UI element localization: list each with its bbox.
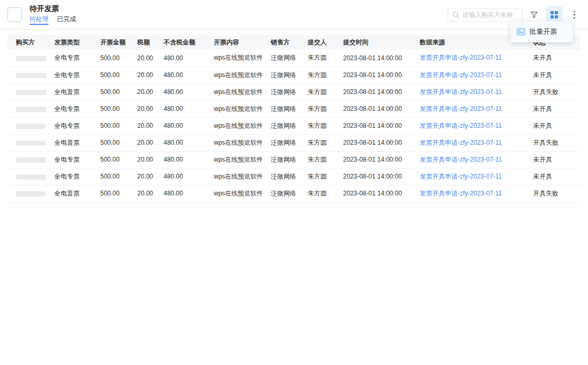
cell-status: 开具失败 [525,83,581,100]
buyer-redacted-placeholder [16,141,46,146]
batch-grid-icon[interactable] [546,6,563,23]
cell-amount: 500.00 [92,83,129,100]
tab-completed[interactable]: 已完成 [57,15,76,25]
source-link[interactable]: 发票开具申请-zfy-2023-07-11 [420,88,502,96]
column-header-source: 数据来源 [411,35,525,50]
cell-buyer [7,100,46,117]
cell-submit_time: 2023-08-01 14:00:00 [335,67,411,83]
buyer-redacted-placeholder [16,107,46,112]
cell-amount_ex_tax: 480.00 [155,100,205,117]
source-link[interactable]: 发票开具申请-zfy-2023-07-11 [420,190,502,197]
batch-invoice-popup: 批量开票 [510,21,573,42]
cell-buyer [7,50,46,67]
cell-source: 发票开具申请-zfy-2023-07-11 [411,100,525,117]
cell-invoice_type: 全电普票 [46,134,92,151]
buyer-redacted-placeholder [16,124,46,129]
column-header-seller: 销售方 [262,35,299,50]
search-box[interactable] [448,8,523,22]
menu-item-batch-invoice[interactable]: 批量开票 [510,24,573,39]
cell-seller: 泛微网络 [262,100,299,117]
column-header-buyer: 购买方 [7,35,46,50]
menu-item-label: 批量开票 [529,27,557,36]
buyer-redacted-placeholder [16,174,46,180]
cell-tax: 20.00 [129,100,155,117]
cell-amount_ex_tax: 480.00 [155,67,205,83]
source-link[interactable]: 发票开具申请-zfy-2023-07-11 [420,173,502,180]
cell-amount: 500.00 [92,134,129,151]
cell-source: 发票开具申请-zfy-2023-07-11 [411,83,525,100]
cell-submit_time: 2023-08-01 14:00:00 [335,151,411,168]
tabs: 待处理 已完成 [30,15,76,25]
cell-seller: 泛微网络 [262,117,299,134]
buyer-redacted-placeholder [16,191,46,196]
cell-invoice_type: 全电专票 [46,117,92,134]
column-header-amount: 开票金额 [92,35,129,50]
filter-icon[interactable] [528,8,540,21]
cell-seller: 泛微网络 [262,67,299,83]
cell-amount_ex_tax: 480.00 [155,50,205,67]
cell-buyer [7,117,46,134]
cell-submitter: 朱方圆 [299,67,335,83]
cell-amount: 500.00 [92,151,129,168]
cell-amount: 500.00 [92,117,129,134]
cell-amount: 500.00 [92,67,129,83]
cell-seller: 泛微网络 [262,168,299,185]
source-link[interactable]: 发票开具申请-zfy-2023-07-11 [420,156,502,163]
cell-source: 发票开具申请-zfy-2023-07-11 [411,134,525,151]
app-logo-placeholder [7,7,22,22]
cell-amount: 500.00 [92,168,129,185]
cell-submitter: 朱方圆 [299,100,335,117]
column-header-tax: 税额 [129,35,155,50]
cell-submitter: 朱方圆 [299,83,335,100]
cell-content: wps在线预览软件 [205,134,262,151]
source-link[interactable]: 发票开具申请-zfy-2023-07-11 [420,71,502,79]
cell-tax: 20.00 [129,83,155,100]
cell-submit_time: 2023-08-01 14:00:00 [335,50,411,67]
table-row: 全电普票500.0020.00480.00wps在线预览软件泛微网络朱方圆202… [7,185,581,202]
cell-status: 未开具 [525,100,581,117]
cell-submit_time: 2023-08-01 14:00:00 [335,83,411,100]
cell-submitter: 朱方圆 [299,117,335,134]
source-link[interactable]: 发票开具申请-zfy-2023-07-11 [420,54,502,61]
cell-submitter: 朱方圆 [299,134,335,151]
cell-submit_time: 2023-08-01 14:00:00 [335,117,411,134]
cell-amount_ex_tax: 480.00 [155,168,205,185]
cell-content: wps在线预览软件 [205,185,262,202]
source-link[interactable]: 发票开具申请-zfy-2023-07-11 [420,122,502,129]
cell-source: 发票开具申请-zfy-2023-07-11 [411,168,525,185]
cell-tax: 20.00 [129,168,155,185]
cell-status: 未开具 [525,151,581,168]
table-row: 全电专票500.0020.00480.00wps在线预览软件泛微网络朱方圆202… [7,168,581,185]
table-row: 全电普票500.0020.00480.00wps在线预览软件泛微网络朱方圆202… [7,83,581,100]
column-header-amount_ex_tax: 不含税金额 [155,35,205,50]
cell-buyer [7,83,46,100]
invoice-table-wrap: 购买方发票类型开票金额税额不含税金额开票内容销售方提交人提交时间数据来源状态 全… [7,35,581,202]
source-link[interactable]: 发票开具申请-zfy-2023-07-11 [420,105,502,113]
source-link[interactable]: 发票开具申请-zfy-2023-07-11 [420,139,502,146]
cell-status: 未开具 [525,117,581,134]
cell-amount_ex_tax: 480.00 [155,117,205,134]
cell-source: 发票开具申请-zfy-2023-07-11 [411,67,525,83]
cell-submitter: 朱方圆 [299,185,335,202]
tab-pending[interactable]: 待处理 [30,15,49,25]
cell-amount_ex_tax: 480.00 [155,83,205,100]
cell-amount: 500.00 [92,100,129,117]
title-block: 待开发票 待处理 已完成 [30,4,76,25]
cell-submit_time: 2023-08-01 14:00:00 [335,185,411,202]
table-row: 全电专票500.0020.00480.00wps在线预览软件泛微网络朱方圆202… [7,67,581,83]
table-row: 全电专票500.0020.00480.00wps在线预览软件泛微网络朱方圆202… [7,50,581,67]
cell-seller: 泛微网络 [262,151,299,168]
buyer-redacted-placeholder [16,56,46,61]
kebab-menu-icon[interactable] [568,8,581,21]
cell-invoice_type: 全电普票 [46,185,92,202]
cell-buyer [7,67,46,83]
batch-invoice-icon [517,28,525,35]
cell-seller: 泛微网络 [262,50,299,67]
cell-seller: 泛微网络 [262,83,299,100]
search-input[interactable] [462,11,518,18]
column-header-submit_time: 提交时间 [335,35,411,50]
cell-content: wps在线预览软件 [205,117,262,134]
cell-source: 发票开具申请-zfy-2023-07-11 [411,117,525,134]
cell-submit_time: 2023-08-01 14:00:00 [335,134,411,151]
page-title: 待开发票 [30,4,76,13]
